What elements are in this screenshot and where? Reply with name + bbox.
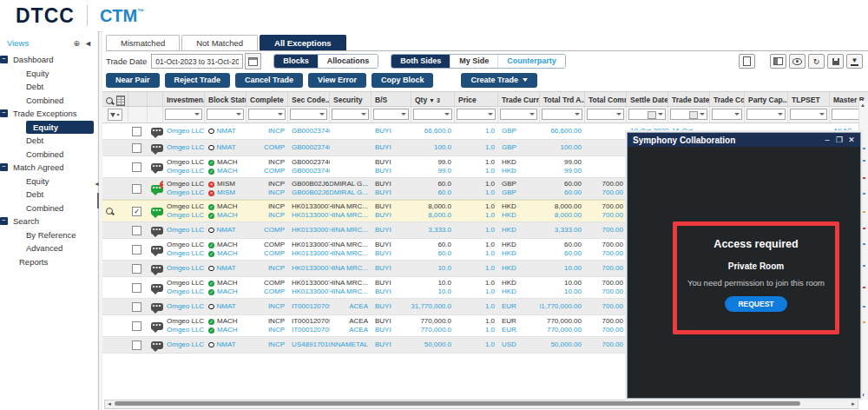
column-header-total-comm[interactable]: Total Comm: [585, 91, 627, 107]
sidebar-item-combined[interactable]: Combined: [0, 202, 97, 215]
filter-dropdown-complete[interactable]: [248, 109, 286, 120]
counterparty-link[interactable]: Omgeo LLC ...: [167, 167, 201, 175]
divider-handle[interactable]: [97, 193, 99, 208]
trade-date-input[interactable]: [151, 54, 243, 69]
row-detail-magnifier-icon[interactable]: [106, 208, 113, 215]
row-checkbox[interactable]: [132, 321, 141, 331]
counterparty-link[interactable]: Omgeo LLC ...: [167, 180, 201, 188]
counterparty-link[interactable]: Omgeo LLC ...: [167, 158, 201, 167]
scroll-up-icon[interactable]: ▲: [860, 102, 865, 108]
row-checkbox[interactable]: [132, 283, 141, 293]
symphony-titlebar[interactable]: Symphony Collaboration – ❐ ✕: [628, 133, 860, 147]
chat-bubble-icon[interactable]: •••: [151, 246, 163, 254]
filter-dropdown-qty[interactable]: [413, 109, 452, 120]
filter-dropdown-price[interactable]: [457, 109, 496, 120]
download-icon[interactable]: ▼: [846, 54, 863, 69]
counterparty-link[interactable]: Omgeo LLC ...: [167, 317, 201, 326]
counterparty-link[interactable]: Omgeo LLC ...: [167, 211, 201, 220]
reject-trade-button[interactable]: Reject Trade: [165, 73, 231, 88]
filter-dropdown-settle-date[interactable]: [628, 109, 666, 120]
refresh-icon[interactable]: ↻: [808, 54, 825, 69]
row-checkbox[interactable]: [132, 226, 141, 235]
filter-dropdown-trade-curr[interactable]: [500, 109, 537, 120]
sidebar-item-by-reference[interactable]: By Reference: [0, 228, 97, 242]
column-header-trade-curr[interactable]: Trade Curr: [498, 91, 540, 107]
toggle-counterparty[interactable]: Counterparty: [497, 55, 565, 68]
request-button[interactable]: REQUEST: [725, 296, 786, 312]
chat-bubble-icon[interactable]: •••: [151, 163, 163, 171]
sidebar-item-trade-exceptions[interactable]: −Trade Exceptions: [0, 107, 97, 121]
counterparty-link[interactable]: Omgeo LLC ...: [167, 302, 201, 311]
preview-eye-icon[interactable]: [789, 54, 806, 69]
tab-all-exceptions[interactable]: All Exceptions: [260, 35, 345, 50]
filter-dropdown-party-cap[interactable]: [746, 109, 786, 120]
filter-dropdown-total-comm[interactable]: [587, 109, 624, 120]
row-checkbox[interactable]: [132, 302, 141, 312]
add-view-icon[interactable]: ⊕: [74, 39, 81, 48]
save-icon[interactable]: [827, 54, 844, 69]
toggle-my-side[interactable]: My Side: [450, 55, 497, 68]
sidebar-item-match-agreed[interactable]: −Match Agreed: [0, 161, 97, 175]
row-checkbox[interactable]: [132, 143, 141, 153]
chat-bubble-icon[interactable]: •••: [151, 144, 163, 152]
filter-dropdown-trade-date[interactable]: [670, 109, 707, 120]
sidebar-item-dashboard[interactable]: −Dashboard: [0, 53, 97, 67]
column-header-total-trd-a[interactable]: Total Trd A...: [540, 91, 585, 107]
column-header-settle-date[interactable]: Settle Date: [627, 91, 668, 107]
calendar-button[interactable]: [245, 53, 261, 69]
chat-bubble-icon[interactable]: •••: [151, 303, 163, 311]
filter-dropdown-b-s[interactable]: [373, 109, 409, 120]
filter-dropdown-block-status[interactable]: [207, 109, 244, 120]
filter-dropdown-investmen[interactable]: [165, 109, 202, 120]
filter-dropdown-trade-cond[interactable]: [712, 109, 742, 120]
row-checkbox[interactable]: [132, 341, 141, 350]
column-header-block-status[interactable]: Block Status: [205, 91, 247, 107]
sidebar-item-debt[interactable]: Debt: [0, 80, 97, 94]
column-header-trade-date[interactable]: Trade Date: [668, 91, 710, 107]
chat-bubble-icon[interactable]: •••1: [151, 185, 163, 193]
chat-bubble-icon[interactable]: •••: [151, 128, 163, 136]
sidebar-item-combined[interactable]: Combined: [0, 94, 97, 108]
sidebar-item-equity[interactable]: Equity: [0, 121, 97, 135]
column-header-tlpset[interactable]: TLPSET: [788, 91, 830, 107]
row-checkbox[interactable]: [132, 162, 141, 172]
close-icon[interactable]: ✕: [846, 134, 857, 146]
column-header-b-s[interactable]: B/S: [372, 91, 411, 107]
tree-collapse-icon[interactable]: −: [0, 56, 8, 63]
sidebar-item-equity[interactable]: Equity: [0, 175, 97, 188]
column-header-security[interactable]: Security: [330, 91, 372, 107]
search-rows-icon[interactable]: [106, 97, 113, 104]
sidebar-item-debt[interactable]: Debt: [0, 188, 97, 202]
toggle-allocations[interactable]: Allocations: [318, 55, 378, 68]
column-header-qty[interactable]: Qty ▼ 3: [411, 91, 455, 107]
column-header-investmen[interactable]: Investmen...: [163, 91, 205, 107]
chat-bubble-icon[interactable]: •••: [151, 322, 163, 330]
column-header-trade-cond[interactable]: Trade Cond: [710, 91, 745, 107]
counterparty-link[interactable]: Omgeo LLC ...: [167, 188, 201, 197]
filter-dropdown-sec-code[interactable]: [290, 109, 327, 120]
filter-dropdown-security[interactable]: [332, 109, 369, 120]
tree-collapse-icon[interactable]: −: [0, 109, 8, 117]
maximize-icon[interactable]: ❐: [834, 134, 845, 146]
panel-view-icon[interactable]: [770, 54, 786, 69]
column-header-sec-code[interactable]: Sec Code...: [288, 91, 330, 107]
tab-mismatched[interactable]: Mismatched: [106, 35, 180, 50]
tab-not-matched[interactable]: Not Matched: [181, 35, 258, 50]
sidebar-item-debt[interactable]: Debt: [0, 134, 97, 148]
chat-bubble-icon[interactable]: •••: [151, 284, 163, 292]
filter-dropdown-tlpset[interactable]: [790, 109, 827, 120]
counterparty-link[interactable]: Omgeo LLC ...: [167, 127, 201, 136]
column-header-party-cap[interactable]: Party Cap...: [745, 91, 788, 107]
filter-dropdown-total-trd-a[interactable]: [542, 109, 582, 120]
scroll-left-icon[interactable]: ◄: [107, 401, 112, 407]
column-settings-icon[interactable]: [116, 96, 125, 106]
chat-bubble-icon[interactable]: •••: [151, 227, 163, 235]
counterparty-link[interactable]: Omgeo LLC ...: [167, 326, 201, 334]
counterparty-link[interactable]: Omgeo LLC ...: [167, 226, 201, 235]
chat-bubble-icon[interactable]: •••: [151, 341, 163, 349]
views-label[interactable]: Views: [7, 38, 29, 48]
row-checkbox[interactable]: [132, 245, 141, 255]
near-pair-button[interactable]: Near Pair: [106, 73, 160, 88]
sidebar-item-reports[interactable]: Reports: [0, 255, 97, 269]
view-error-button[interactable]: View Error: [308, 73, 366, 88]
